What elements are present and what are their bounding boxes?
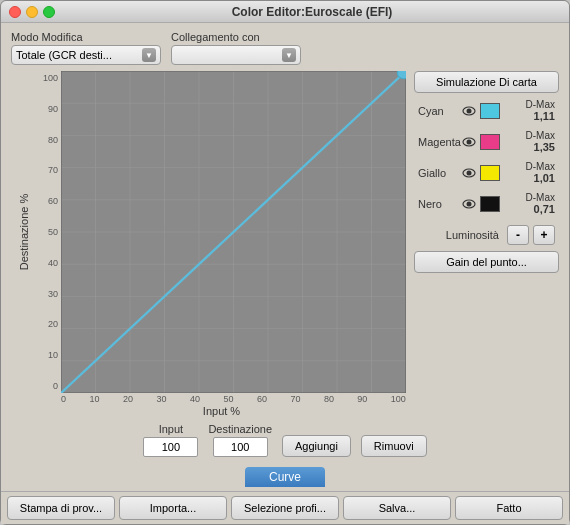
chart-svg-container xyxy=(61,71,406,393)
input-field[interactable] xyxy=(143,437,198,457)
magenta-inner: Magenta xyxy=(418,134,500,150)
magenta-label: Magenta xyxy=(418,136,458,148)
gain-button[interactable]: Gain del punto... xyxy=(414,251,559,273)
luminosita-minus-button[interactable]: - xyxy=(507,225,529,245)
input-label: Input xyxy=(159,423,183,435)
magenta-row: Magenta D-Max 1,35 xyxy=(414,128,559,155)
x-axis-numbers: 0 10 20 30 40 50 60 70 80 90 100 xyxy=(61,394,406,404)
curve-tab[interactable]: Curve xyxy=(245,467,325,487)
nero-dmax: D-Max 0,71 xyxy=(526,192,555,215)
y-axis-label-container: Destinazione % xyxy=(11,71,37,393)
bottom-section: Input Destinazione Aggiungi Rimuovi xyxy=(11,417,559,467)
title-bar: Color Editor:Euroscale (EFI) xyxy=(1,1,569,23)
collegamento-dropdown[interactable]: ▼ xyxy=(171,45,301,65)
x-axis-label: Input % xyxy=(37,405,406,417)
svg-point-25 xyxy=(467,139,472,144)
magenta-swatch xyxy=(480,134,500,150)
svg-point-23 xyxy=(467,108,472,113)
giallo-row: Giallo D-Max 1,01 xyxy=(414,159,559,186)
cyan-label: Cyan xyxy=(418,105,458,117)
chart-grid-svg xyxy=(61,71,406,393)
giallo-swatch xyxy=(480,165,500,181)
modo-group: Modo Modifica Totale (GCR desti... ▼ xyxy=(11,31,161,65)
window-title: Color Editor:Euroscale (EFI) xyxy=(63,5,561,19)
giallo-dmax: D-Max 1,01 xyxy=(526,161,555,184)
modo-arrow-icon: ▼ xyxy=(142,48,156,62)
collegamento-arrow-icon: ▼ xyxy=(282,48,296,62)
svg-point-29 xyxy=(467,201,472,206)
luminosita-plus-button[interactable]: + xyxy=(533,225,555,245)
nero-dmax-value: 0,71 xyxy=(534,203,555,215)
svg-point-27 xyxy=(467,170,472,175)
aggiungi-button[interactable]: Aggiungi xyxy=(282,435,351,457)
nero-dmax-label: D-Max xyxy=(526,192,555,203)
cyan-dmax-label: D-Max xyxy=(526,99,555,110)
giallo-label: Giallo xyxy=(418,167,458,179)
magenta-dmax-label: D-Max xyxy=(526,130,555,141)
collegamento-label: Collegamento con xyxy=(171,31,301,43)
tab-bar: Curve xyxy=(1,467,569,487)
cyan-inner: Cyan xyxy=(418,103,500,119)
collegamento-group: Collegamento con ▼ xyxy=(171,31,301,65)
cyan-dmax-value: 1,11 xyxy=(534,110,555,122)
eye-icon-cyan xyxy=(462,106,476,116)
luminosita-row: Luminosità - + xyxy=(414,225,559,245)
importa-button[interactable]: Importa... xyxy=(119,496,227,520)
destinazione-field[interactable] xyxy=(213,437,268,457)
giallo-dmax-label: D-Max xyxy=(526,161,555,172)
cyan-dmax: D-Max 1,11 xyxy=(526,99,555,122)
input-row: Input Destinazione Aggiungi Rimuovi xyxy=(21,423,549,457)
chart-inner: 0 10 20 30 40 50 60 70 80 90 100 xyxy=(37,71,406,393)
eye-icon-magenta xyxy=(462,137,476,147)
luminosita-label: Luminosità xyxy=(446,229,499,241)
selezione-button[interactable]: Selezione profi... xyxy=(231,496,339,520)
magenta-dmax-value: 1,35 xyxy=(534,141,555,153)
modo-value: Totale (GCR desti... xyxy=(16,49,138,61)
footer-buttons: Stampa di prov... Importa... Selezione p… xyxy=(1,491,569,524)
destinazione-group: Destinazione xyxy=(208,423,272,457)
rimuovi-button[interactable]: Rimuovi xyxy=(361,435,427,457)
nero-inner: Nero xyxy=(418,196,500,212)
close-button[interactable] xyxy=(9,6,21,18)
nero-row: Nero D-Max 0,71 xyxy=(414,190,559,217)
salva-button[interactable]: Salva... xyxy=(343,496,451,520)
eye-icon-nero xyxy=(462,199,476,209)
destinazione-label: Destinazione xyxy=(208,423,272,435)
editor-area: Destinazione % 0 10 20 30 40 50 60 70 xyxy=(11,71,559,417)
stampa-button[interactable]: Stampa di prov... xyxy=(7,496,115,520)
top-controls: Modo Modifica Totale (GCR desti... ▼ Col… xyxy=(11,31,559,65)
giallo-dmax-value: 1,01 xyxy=(534,172,555,184)
chart-with-yaxis: Destinazione % 0 10 20 30 40 50 60 70 xyxy=(11,71,406,393)
cyan-row: Cyan D-Max 1,11 xyxy=(414,97,559,124)
cyan-swatch xyxy=(480,103,500,119)
chart-container: Destinazione % 0 10 20 30 40 50 60 70 xyxy=(11,71,406,417)
nero-label: Nero xyxy=(418,198,458,210)
giallo-inner: Giallo xyxy=(418,165,500,181)
input-group: Input xyxy=(143,423,198,457)
magenta-dmax: D-Max 1,35 xyxy=(526,130,555,153)
y-axis-label: Destinazione % xyxy=(18,194,30,270)
minimize-button[interactable] xyxy=(26,6,38,18)
modo-dropdown[interactable]: Totale (GCR desti... ▼ xyxy=(11,45,161,65)
nero-swatch xyxy=(480,196,500,212)
main-content: Modo Modifica Totale (GCR desti... ▼ Col… xyxy=(1,23,569,467)
modo-label: Modo Modifica xyxy=(11,31,161,43)
eye-icon-giallo xyxy=(462,168,476,178)
right-panel: Simulazione Di carta Cyan D-Max 1,11 xyxy=(414,71,559,417)
simulazione-button[interactable]: Simulazione Di carta xyxy=(414,71,559,93)
main-window: Color Editor:Euroscale (EFI) Modo Modifi… xyxy=(0,0,570,525)
y-axis-numbers: 0 10 20 30 40 50 60 70 80 90 100 xyxy=(37,71,61,393)
traffic-lights xyxy=(9,6,55,18)
fatto-button[interactable]: Fatto xyxy=(455,496,563,520)
maximize-button[interactable] xyxy=(43,6,55,18)
